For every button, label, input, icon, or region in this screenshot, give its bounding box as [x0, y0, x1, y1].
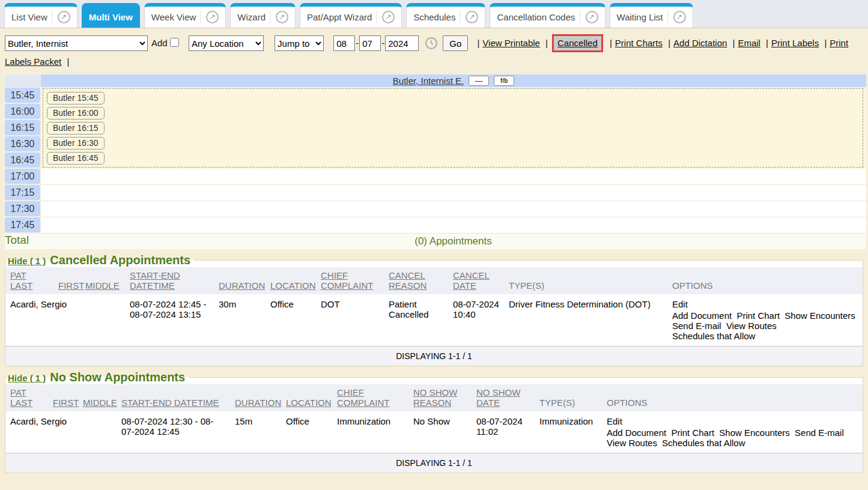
- col-header-middle[interactable]: MIDDLE: [80, 267, 125, 294]
- edit-link[interactable]: Edit: [672, 299, 688, 309]
- col-header-chief-complaint[interactable]: CHIEF COMPLAINT: [332, 384, 408, 411]
- col-header-options: OPTIONS: [602, 384, 863, 411]
- col-header-no-show-reason[interactable]: NO SHOW REASON: [408, 384, 472, 411]
- time-label: 17:15: [5, 185, 40, 200]
- open-in-new-icon[interactable]: ↗: [382, 11, 395, 23]
- open-in-new-icon[interactable]: ↗: [58, 11, 70, 23]
- tab-pat-appt-wizard[interactable]: Pat/Appt Wizard ↗: [300, 3, 402, 28]
- time-label: 17:00: [5, 169, 40, 184]
- open-in-new-icon[interactable]: ↗: [276, 11, 288, 23]
- cancelled-link[interactable]: Cancelled: [557, 38, 598, 48]
- fb-button[interactable]: f/b: [494, 76, 514, 86]
- time-column: 15:45 16:00 16:15 16:30 16:45 17:00 17:1…: [5, 88, 40, 234]
- open-slot-button[interactable]: Butler 16:00: [47, 107, 105, 119]
- tab-icon-wrap: ↗: [667, 11, 686, 23]
- schedule-empty-row: [41, 169, 866, 185]
- view-routes-link[interactable]: View Routes: [607, 438, 657, 448]
- no-show-appointments-section: Hide ( 1 )No Show Appointments PAT LAST …: [5, 371, 863, 473]
- cell-middle: [78, 411, 117, 453]
- col-header-first[interactable]: FIRST: [53, 267, 80, 294]
- add-checkbox[interactable]: [170, 38, 179, 47]
- tab-bar: List View ↗ Multi View Week View ↗ Wizar…: [0, 0, 868, 28]
- date-separator: -: [381, 38, 384, 48]
- cell-start-end: 08-07-2024 12:30 - 08-07-2024 12:45: [117, 411, 230, 453]
- cell-location: Office: [266, 294, 316, 346]
- schedule-body: 15:45 16:00 16:15 16:30 16:45 17:00 17:1…: [5, 88, 866, 234]
- col-header-start-end[interactable]: START-END DATETIME: [125, 267, 214, 294]
- tab-wizard[interactable]: Wizard ↗: [230, 3, 296, 28]
- open-slot-button[interactable]: Butler 16:45: [47, 152, 105, 165]
- send-email-link[interactable]: Send E-mail: [795, 428, 844, 438]
- open-slot-button[interactable]: Butler 16:30: [47, 137, 105, 150]
- open-in-new-icon[interactable]: ↗: [673, 11, 686, 23]
- open-in-new-icon[interactable]: ↗: [206, 11, 219, 23]
- col-header-first[interactable]: FIRST: [48, 384, 78, 411]
- date-day-input[interactable]: [359, 35, 381, 51]
- cancelled-highlight-box: Cancelled: [552, 34, 603, 52]
- col-header-chief-complaint[interactable]: CHIEF COMPLAINT: [316, 267, 384, 294]
- col-header-middle[interactable]: MIDDLE: [78, 384, 117, 411]
- collapse-column-button[interactable]: —: [469, 76, 489, 86]
- schedule-provider-header: Butler, Internist E. — f/b: [41, 74, 866, 87]
- add-document-link[interactable]: Add Document: [672, 310, 732, 321]
- go-button[interactable]: Go: [443, 35, 468, 51]
- col-header-cancel-reason[interactable]: CANCEL REASON: [384, 267, 448, 294]
- col-header-options: OPTIONS: [667, 267, 863, 294]
- link-separator: |: [766, 38, 768, 48]
- col-header-location[interactable]: LOCATION: [266, 267, 316, 294]
- tab-week-view[interactable]: Week View ↗: [144, 3, 226, 28]
- tab-waiting-list[interactable]: Waiting List ↗: [610, 3, 693, 28]
- show-encounters-link[interactable]: Show Encounters: [785, 310, 855, 321]
- open-in-new-icon[interactable]: ↗: [466, 11, 478, 23]
- open-in-new-icon[interactable]: ↗: [586, 11, 598, 23]
- print-chart-link[interactable]: Print Chart: [671, 428, 714, 438]
- print-charts-link[interactable]: Print Charts: [615, 38, 663, 48]
- send-email-link[interactable]: Send E-mail: [672, 321, 721, 331]
- tab-list-view[interactable]: List View ↗: [4, 3, 77, 28]
- displaying-text: DISPLAYING 1-1 / 1: [5, 453, 863, 473]
- provider-select[interactable]: Butler, Internist: [5, 35, 148, 51]
- cell-duration: 30m: [214, 294, 266, 346]
- provider-header-link[interactable]: Butler, Internist E.: [393, 76, 464, 86]
- schedule-empty-row: [41, 201, 866, 217]
- jump-to-select[interactable]: Jump to: [275, 35, 324, 51]
- hide-cancelled-link[interactable]: Hide ( 1 ): [8, 256, 46, 266]
- open-slot-button[interactable]: Butler 15:45: [47, 92, 105, 104]
- col-header-cancel-date[interactable]: CANCEL DATE: [448, 267, 504, 294]
- add-dictation-link[interactable]: Add Dictation: [673, 38, 727, 48]
- email-link[interactable]: Email: [738, 38, 760, 48]
- col-header-pat-last[interactable]: PAT LAST: [5, 267, 53, 294]
- tab-cancellation-codes[interactable]: Cancellation Codes ↗: [490, 3, 605, 28]
- show-encounters-link[interactable]: Show Encounters: [719, 428, 790, 438]
- cell-no-show-date: 08-07-2024 11:02: [472, 411, 535, 453]
- clock-icon[interactable]: [425, 37, 438, 50]
- view-routes-link[interactable]: View Routes: [726, 321, 777, 331]
- edit-link[interactable]: Edit: [607, 416, 622, 426]
- cell-chief-complaint: Immunization: [332, 411, 408, 453]
- add-label: Add: [151, 38, 168, 48]
- toolbar: Butler, Internist Add Any Location Jump …: [0, 28, 868, 73]
- hide-no-show-link[interactable]: Hide ( 1 ): [8, 373, 46, 383]
- tab-schedules[interactable]: Schedules ↗: [406, 3, 485, 28]
- schedules-that-allow-link[interactable]: Schedules that Allow: [672, 331, 755, 341]
- col-header-types: TYPE(S): [535, 384, 602, 411]
- schedule-empty-row: [41, 217, 866, 234]
- view-printable-link[interactable]: View Printable: [482, 38, 540, 48]
- col-header-pat-last[interactable]: PAT LAST: [5, 384, 48, 411]
- print-labels-link[interactable]: Print Labels: [771, 38, 819, 48]
- date-year-input[interactable]: [385, 35, 419, 51]
- schedule-total-row: Total (0) Appointments: [5, 234, 866, 249]
- tab-multi-view[interactable]: Multi View: [82, 3, 140, 28]
- col-header-duration[interactable]: DURATION: [230, 384, 281, 411]
- no-show-section-legend: Hide ( 1 )No Show Appointments: [7, 371, 189, 384]
- add-document-link[interactable]: Add Document: [607, 428, 666, 438]
- col-header-location[interactable]: LOCATION: [281, 384, 332, 411]
- location-select[interactable]: Any Location: [189, 35, 264, 51]
- print-chart-link[interactable]: Print Chart: [736, 310, 780, 321]
- date-month-input[interactable]: [333, 35, 355, 51]
- schedules-that-allow-link[interactable]: Schedules that Allow: [662, 438, 745, 448]
- col-header-duration[interactable]: DURATION: [214, 267, 266, 294]
- col-header-start-end[interactable]: START-END DATETIME: [117, 384, 230, 411]
- col-header-no-show-date[interactable]: NO SHOW DATE: [472, 384, 535, 411]
- open-slot-button[interactable]: Butler 16:15: [47, 122, 105, 135]
